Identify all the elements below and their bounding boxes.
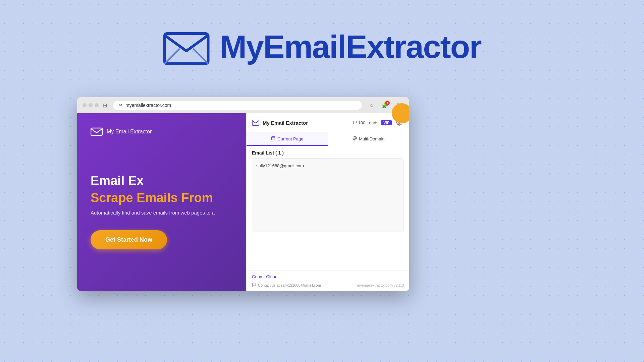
hero-title: MyEmailExtractor [220,28,481,65]
extension-popup: My Email Extractor 1 / 100 Leads VIP [246,113,409,291]
popup-actions: Copy Clear [252,274,404,279]
hero-logo-icon [163,27,210,67]
browser-content: My Email Extractor Email Ex Scrape Email… [77,113,409,291]
get-started-button[interactable]: Get Started Now [91,230,167,249]
version-text: myemailextractor.com v2.1.0 [357,283,404,287]
svg-rect-0 [165,34,208,64]
svg-rect-6 [272,137,275,140]
contact-icon [252,283,256,288]
svg-rect-3 [91,128,102,135]
popup-tabs: Current Page Multi-Domain [247,132,409,146]
vip-badge: VIP [381,120,392,125]
website-hero-text: Email Ex Scrape Emails From Automaticall… [91,174,246,249]
popup-footer: Copy Clear Contact us at sally121688@gma… [247,270,409,291]
tab-multi-domain[interactable]: Multi-Domain [328,132,410,146]
notification-badge: 1 [385,101,390,105]
website-headline2: Scrape Emails From [91,191,246,205]
multi-domain-icon [353,136,357,141]
svg-line-1 [165,49,180,64]
url-favicon: ✉ [118,103,123,108]
contact-left: Contact us at sally121688@gmail.com [252,283,321,288]
website-nav: My Email Extractor [91,127,152,137]
email-list-section: Email List ( 1 ) sally121688@gmail.com [247,146,409,236]
tab-current-page-label: Current Page [277,136,303,141]
leads-count: 1 / 100 Leads [352,120,378,125]
clear-button[interactable]: Clear [266,274,276,279]
website-nav-title: My Email Extractor [107,129,152,135]
website-section: My Email Extractor Email Ex Scrape Email… [77,113,246,291]
browser-dots [83,103,99,107]
website-headline1: Email Ex [91,174,246,188]
extension-button[interactable]: 🧩 1 [380,100,390,111]
url-text: myemailextractor.com [125,103,171,108]
email-item: sally121688@gmail.com [256,163,304,168]
star-button[interactable]: ☆ [366,100,377,111]
browser-dot-2 [89,103,93,107]
current-page-icon [271,136,275,141]
browser-bar: ⊞ ✉ myemailextractor.com ☆ 🧩 1 ⧉ [77,97,409,113]
popup-header-left: My Email Extractor [252,120,308,126]
popup-title: My Email Extractor [263,120,308,126]
browser-dot-3 [95,103,99,107]
website-nav-logo-icon [91,127,103,137]
copy-button[interactable]: Copy [252,274,262,279]
popup-contact: Contact us at sally121688@gmail.com myem… [252,283,404,288]
svg-line-2 [193,49,208,64]
popup-header: My Email Extractor 1 / 100 Leads VIP [247,113,409,132]
tab-multi-domain-label: Multi-Domain [359,136,385,141]
email-list-title: Email List ( 1 ) [252,150,404,156]
popup-logo-icon [252,120,259,126]
website-subtitle: Automatically find and save emails from … [91,209,246,217]
grid-icon: ⊞ [103,102,107,109]
browser-window: ⊞ ✉ myemailextractor.com ☆ 🧩 1 ⧉ [77,97,409,291]
star-icon: ☆ [369,102,374,109]
email-list-box: sally121688@gmail.com [252,158,404,232]
tab-current-page[interactable]: Current Page [247,132,328,146]
browser-url-bar[interactable]: ✉ myemailextractor.com [112,100,362,110]
browser-dot-1 [83,103,87,107]
orange-circle-decoration [392,103,409,123]
hero-section: MyEmailExtractor [163,27,481,67]
contact-text: Contact us at sally121688@gmail.com [258,283,321,287]
